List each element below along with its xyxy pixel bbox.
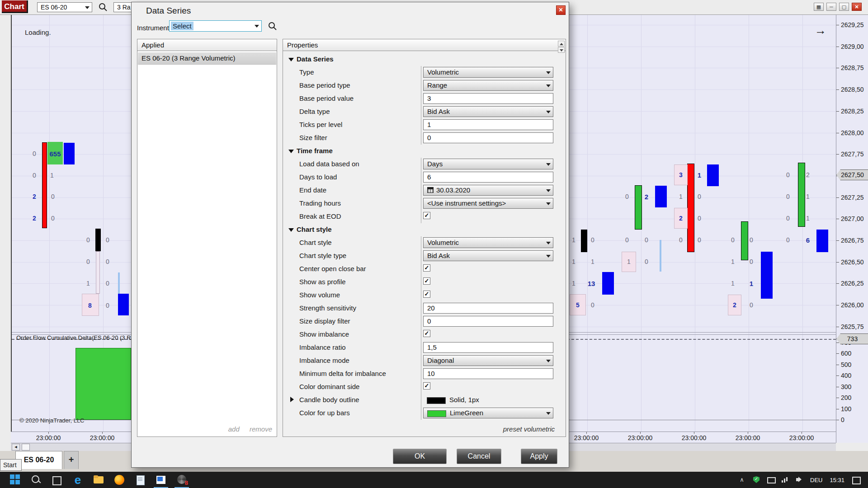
ninjatrader-8-icon[interactable] bbox=[176, 474, 187, 485]
add-link[interactable]: add bbox=[228, 425, 240, 433]
price-tick bbox=[836, 240, 839, 241]
property-control-cell: 1 bbox=[421, 118, 553, 131]
taskbar-search-icon[interactable] bbox=[31, 474, 42, 485]
collapse-triangle-icon[interactable] bbox=[288, 58, 294, 61]
firefox-icon[interactable] bbox=[114, 474, 125, 485]
scroll-up-icon[interactable] bbox=[558, 41, 565, 47]
applied-series-item[interactable]: ES 06-20 (3 Range Volumetric) bbox=[138, 52, 276, 65]
property-dropdown[interactable]: LimeGreen bbox=[423, 408, 553, 418]
footprint-cell: 1 bbox=[731, 280, 735, 287]
dialog-instrument-combobox[interactable]: Select bbox=[169, 20, 262, 32]
system-tray: ∧ DEU 15:31 bbox=[738, 476, 868, 484]
apply-button[interactable]: Apply bbox=[521, 449, 557, 464]
windows-taskbar: e ∧ DEU 15:31 bbox=[0, 472, 868, 488]
action-center-icon[interactable] bbox=[852, 476, 860, 484]
notepad-icon[interactable] bbox=[135, 474, 146, 485]
dropdown-value: LimeGreen bbox=[450, 409, 483, 417]
color-swatch bbox=[427, 410, 446, 417]
close-icon[interactable]: ✕ bbox=[556, 5, 566, 15]
app-window-icon[interactable] bbox=[156, 474, 166, 485]
preset-link[interactable]: preset volumetric bbox=[503, 425, 555, 433]
maximize-button[interactable]: ▢ bbox=[839, 3, 849, 11]
property-checkbox[interactable]: ✓ bbox=[423, 291, 430, 298]
property-dropdown[interactable]: Bid Ask bbox=[423, 106, 553, 117]
instrument-search-icon[interactable] bbox=[268, 22, 277, 31]
display-icon[interactable] bbox=[767, 476, 775, 484]
close-button[interactable]: ✕ bbox=[852, 3, 862, 11]
scroll-down-icon[interactable] bbox=[558, 47, 565, 53]
outline-style-value[interactable]: Solid, 1px bbox=[423, 394, 553, 405]
property-checkbox[interactable]: ✓ bbox=[423, 330, 430, 337]
start-button[interactable] bbox=[10, 474, 21, 485]
layout-button[interactable]: ▦ bbox=[814, 3, 824, 11]
footprint-cell: 0 bbox=[786, 215, 790, 222]
interval-selector[interactable]: 3 Ra bbox=[113, 2, 133, 12]
footprint-cell: 0 bbox=[750, 301, 753, 309]
property-row: Center open close bar✓ bbox=[283, 263, 557, 276]
price-tick bbox=[836, 154, 839, 155]
scrollbar-thumb[interactable] bbox=[22, 444, 30, 450]
minimize-button[interactable]: ─ bbox=[826, 3, 836, 11]
property-input[interactable]: 1 bbox=[423, 119, 553, 130]
property-section: Chart style bbox=[283, 223, 557, 236]
property-checkbox[interactable]: ✓ bbox=[423, 264, 430, 272]
property-row: Base period value3 bbox=[283, 92, 557, 105]
tab-es-06-20[interactable]: ES 06-20 bbox=[15, 451, 62, 469]
instrument-selector[interactable]: ES 06-20 bbox=[37, 2, 92, 12]
chevron-down-icon bbox=[546, 84, 551, 87]
delta-tick-label: 300 bbox=[841, 383, 851, 390]
property-input[interactable]: 0 bbox=[423, 132, 553, 143]
collapse-triangle-icon[interactable] bbox=[288, 228, 294, 232]
volume-icon[interactable] bbox=[796, 476, 804, 484]
property-dropdown[interactable]: Volumetric bbox=[423, 237, 553, 248]
property-checkbox[interactable]: ✓ bbox=[423, 277, 430, 285]
footprint-cell: 0 bbox=[86, 258, 90, 265]
hidden-icons-chevron-icon[interactable]: ∧ bbox=[738, 476, 746, 484]
property-row: Days to load6 bbox=[283, 171, 557, 184]
remove-link[interactable]: remove bbox=[250, 425, 272, 433]
property-dropdown[interactable]: Volumetric bbox=[423, 67, 553, 78]
cancel-button[interactable]: Cancel bbox=[457, 449, 501, 464]
property-dropdown[interactable]: Bid Ask bbox=[423, 250, 553, 261]
ok-button[interactable]: OK bbox=[393, 449, 447, 464]
property-dropdown[interactable]: Range bbox=[423, 80, 553, 91]
property-dropdown[interactable]: Days bbox=[423, 159, 553, 169]
property-input[interactable]: 6 bbox=[423, 172, 553, 183]
scroll-left-arrow-icon[interactable]: ◄ bbox=[12, 444, 20, 450]
file-explorer-icon[interactable] bbox=[93, 474, 104, 485]
dropdown-value: Bid Ask bbox=[427, 252, 450, 259]
price-axis[interactable]: 2629,252629,002628,752628,502628,252628,… bbox=[836, 15, 868, 443]
property-input[interactable]: 0 bbox=[423, 316, 553, 327]
scroll-to-latest-arrow-icon[interactable]: → bbox=[815, 23, 826, 38]
property-checkbox[interactable]: ✓ bbox=[423, 382, 430, 389]
defender-shield-icon[interactable] bbox=[752, 476, 760, 484]
property-input[interactable]: 10 bbox=[423, 368, 553, 379]
collapse-triangle-icon[interactable] bbox=[288, 150, 294, 153]
property-input[interactable]: 20 bbox=[423, 303, 553, 314]
task-view-icon[interactable] bbox=[52, 474, 62, 485]
last-price-marker: 2627,50 bbox=[836, 169, 868, 180]
price-tick bbox=[836, 68, 839, 68]
chevron-down-icon bbox=[546, 360, 551, 362]
property-input[interactable]: 3 bbox=[423, 93, 553, 104]
property-control-cell: 1,5 bbox=[421, 341, 553, 354]
gridline bbox=[749, 15, 749, 432]
property-dropdown[interactable]: <Use instrument settings> bbox=[423, 198, 553, 209]
search-icon[interactable] bbox=[99, 3, 108, 12]
property-row: Imbalance modeDiagonal bbox=[283, 354, 557, 367]
delta-tick bbox=[836, 409, 839, 409]
price-tick bbox=[836, 305, 839, 305]
property-row: Load data based onDays bbox=[283, 158, 557, 171]
add-tab-button[interactable]: + bbox=[64, 451, 79, 469]
delta-tick-label: 200 bbox=[841, 394, 851, 401]
clock[interactable]: 15:31 bbox=[830, 477, 844, 483]
property-dropdown[interactable]: Diagonal bbox=[423, 355, 553, 366]
edge-icon[interactable]: e bbox=[72, 474, 83, 485]
property-checkbox[interactable]: ✓ bbox=[423, 212, 430, 219]
property-dropdown[interactable]: 30.03.2020 bbox=[423, 185, 553, 196]
network-icon[interactable] bbox=[781, 476, 789, 484]
expand-triangle-icon[interactable] bbox=[290, 397, 294, 402]
property-input[interactable]: 1,5 bbox=[423, 342, 553, 353]
language-indicator[interactable]: DEU bbox=[810, 477, 822, 483]
property-row: Strength sensitivity20 bbox=[283, 302, 557, 315]
